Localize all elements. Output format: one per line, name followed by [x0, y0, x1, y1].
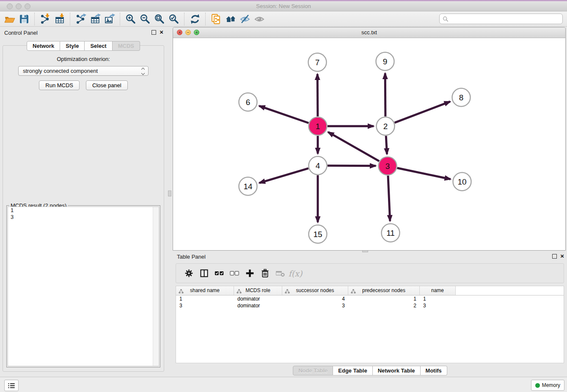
save-session-button[interactable] — [17, 12, 31, 26]
tab-network-table[interactable]: Network Table — [373, 366, 421, 375]
graph-edge-3-11[interactable] — [388, 176, 390, 221]
network-from-selection-button[interactable] — [209, 12, 223, 26]
optimization-criterion-select[interactable]: strongly connected component — [18, 66, 149, 76]
toolbar-separator — [205, 13, 206, 25]
delete-table-button[interactable] — [272, 267, 288, 280]
float-panel-icon[interactable] — [151, 30, 156, 35]
delete-column-icon — [260, 268, 270, 278]
graph-edge-2-3[interactable] — [386, 136, 387, 154]
app-titlebar: Session: New Session — [0, 1, 567, 11]
open-session-button[interactable] — [3, 12, 17, 26]
vertical-splitter-handle[interactable] — [168, 190, 171, 196]
export-table-button[interactable] — [88, 12, 102, 26]
result-scrollbar[interactable] — [153, 207, 159, 366]
graph-node-6[interactable]: 6 — [239, 93, 257, 111]
svg-text:9: 9 — [383, 57, 388, 66]
tab-network[interactable]: Network — [27, 41, 60, 51]
svg-text:4: 4 — [316, 161, 320, 170]
graph-node-11[interactable]: 11 — [382, 224, 400, 242]
graph-node-8[interactable]: 8 — [452, 88, 471, 107]
graph-edge-4-14[interactable] — [259, 168, 308, 183]
toolbar-separator — [120, 13, 121, 25]
graph-edge-3-10[interactable] — [397, 168, 451, 179]
toolbar-separator — [184, 13, 185, 25]
table-row[interactable]: 3dominator323 — [176, 302, 564, 309]
open-session-icon — [4, 14, 15, 25]
column-header-MCDS-role[interactable]: MCDS role — [234, 286, 282, 295]
deselect-all-button[interactable] — [227, 267, 242, 280]
graph-node-15[interactable]: 15 — [309, 225, 327, 243]
close-table-panel-icon[interactable]: × — [560, 254, 564, 259]
column-header-name[interactable]: name — [420, 286, 456, 295]
statusbar: Memory — [0, 377, 567, 392]
graph-node-1[interactable]: 1 — [309, 117, 327, 135]
tab-node-table[interactable]: Node Table — [293, 366, 333, 375]
close-panel-button[interactable]: Close panel — [86, 80, 128, 90]
float-table-panel-icon[interactable] — [552, 254, 557, 259]
graph-edge-1-6[interactable] — [259, 106, 308, 123]
table-settings-button[interactable] — [181, 267, 196, 280]
network-canvas[interactable]: 7968124314101511 — [173, 38, 565, 251]
table-header-row: shared name MCDS role successor nodes pr… — [176, 286, 564, 295]
close-panel-icon[interactable]: × — [160, 30, 163, 35]
export-image-button[interactable] — [102, 12, 117, 26]
graph-node-14[interactable]: 14 — [239, 177, 257, 196]
table-cell: 1 — [176, 295, 234, 302]
zoom-out-button[interactable] — [138, 12, 152, 26]
column-header-predecessor-nodes[interactable]: predecessor nodes — [348, 286, 420, 295]
result-item[interactable]: 1 — [8, 207, 159, 214]
graph-edge-3-1[interactable] — [328, 132, 379, 161]
graph-node-9[interactable]: 9 — [376, 52, 394, 71]
column-header-shared-name[interactable]: shared name — [176, 286, 234, 295]
zoom-selected-button[interactable] — [167, 12, 181, 26]
memory-button[interactable]: Memory — [531, 380, 564, 391]
graph-edge-1-7[interactable] — [317, 74, 318, 116]
result-item[interactable]: 3 — [8, 214, 159, 221]
select-all-button[interactable] — [212, 267, 227, 280]
tab-edge-table[interactable]: Edge Table — [333, 366, 372, 375]
network-window-title: scc.txt — [173, 28, 565, 38]
graph-edge-2-8[interactable] — [395, 102, 450, 123]
search-icon — [443, 16, 449, 22]
add-column-button[interactable] — [242, 267, 257, 280]
svg-text:7: 7 — [315, 58, 320, 67]
graph-node-7[interactable]: 7 — [308, 53, 327, 72]
run-mcds-button[interactable]: Run MCDS — [39, 80, 80, 90]
search-input[interactable] — [450, 15, 562, 23]
control-panel-header: Control Panel × — [0, 28, 167, 39]
tab-motifs[interactable]: Motifs — [421, 366, 447, 375]
show-all-icon — [254, 14, 265, 25]
column-header-successor-nodes[interactable]: successor nodes — [282, 286, 348, 295]
first-neighbors-button[interactable] — [223, 12, 238, 26]
table-row[interactable]: 1dominator411 — [176, 295, 564, 302]
show-all-button[interactable] — [252, 12, 267, 26]
svg-text:10: 10 — [457, 177, 466, 186]
node-table: shared name MCDS role successor nodes pr… — [176, 286, 564, 363]
add-column-icon — [245, 268, 255, 278]
svg-text:11: 11 — [386, 229, 395, 237]
zoom-in-button[interactable] — [124, 12, 138, 26]
graph-node-10[interactable]: 10 — [453, 173, 471, 191]
import-table-icon — [54, 14, 65, 25]
toggle-columns-button[interactable] — [196, 267, 212, 280]
delete-column-button[interactable] — [257, 267, 272, 280]
graph-node-4[interactable]: 4 — [309, 157, 327, 175]
tab-select[interactable]: Select — [85, 41, 112, 51]
tab-mcds[interactable]: MCDS — [113, 41, 140, 51]
tab-style[interactable]: Style — [60, 41, 85, 51]
hide-selected-button[interactable] — [238, 12, 252, 26]
function-builder-button[interactable]: f(x) — [288, 267, 303, 280]
graph-edge-2-9[interactable] — [385, 73, 385, 116]
graph-node-2[interactable]: 2 — [377, 117, 395, 135]
graph-node-3[interactable]: 3 — [379, 157, 397, 175]
import-network-button[interactable] — [38, 12, 52, 26]
zoom-fit-button[interactable] — [152, 12, 167, 26]
import-table-button[interactable] — [52, 12, 67, 26]
graph-edge-4-3[interactable] — [328, 166, 376, 166]
search-box — [439, 14, 563, 24]
hierarchy-icon — [237, 288, 242, 293]
apply-layout-button[interactable] — [188, 12, 202, 26]
task-history-button[interactable] — [4, 380, 19, 391]
header-filler — [456, 286, 564, 295]
export-network-button[interactable] — [74, 12, 88, 26]
